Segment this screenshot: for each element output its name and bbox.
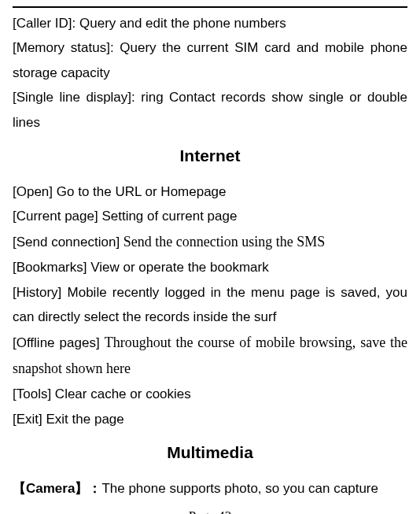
camera-text: The phone supports photo, so you can cap… [101, 481, 378, 496]
exit-entry: [Exit] Exit the page [13, 407, 407, 431]
current-page-entry: [Current page] Setting of current page [13, 204, 407, 228]
internet-heading: Internet [13, 141, 407, 172]
multimedia-heading: Multimedia [13, 438, 407, 468]
top-separator [13, 6, 407, 8]
memory-status-entry: [Memory status]: Query the current SIM c… [13, 35, 407, 85]
camera-label: 【Camera】： [13, 481, 101, 496]
send-conn-prefix: [Send connection] [13, 235, 123, 250]
offline-pages-entry: [Offline pages] Throughout the course of… [13, 330, 407, 383]
single-line-entry: [Single line display]: ring Contact reco… [13, 85, 407, 135]
open-entry: [Open] Go to the URL or Homepage [13, 179, 407, 204]
camera-entry: 【Camera】：The phone supports photo, so yo… [13, 476, 407, 501]
tools-entry: [Tools] Clear cache or cookies [13, 382, 407, 406]
history-entry: [History] Mobile recently logged in the … [13, 280, 407, 330]
send-conn-text: Send the connection using the SMS [123, 234, 325, 250]
send-connection-entry: [Send connection] Send the connection us… [13, 229, 407, 255]
page-number: Page 43 [13, 504, 407, 514]
caller-id-entry: [Caller ID]: Query and edit the phone nu… [13, 11, 407, 35]
bookmarks-entry: [Bookmarks] View or operate the bookmark [13, 255, 407, 279]
offline-prefix: [Offline pages] [13, 335, 105, 350]
